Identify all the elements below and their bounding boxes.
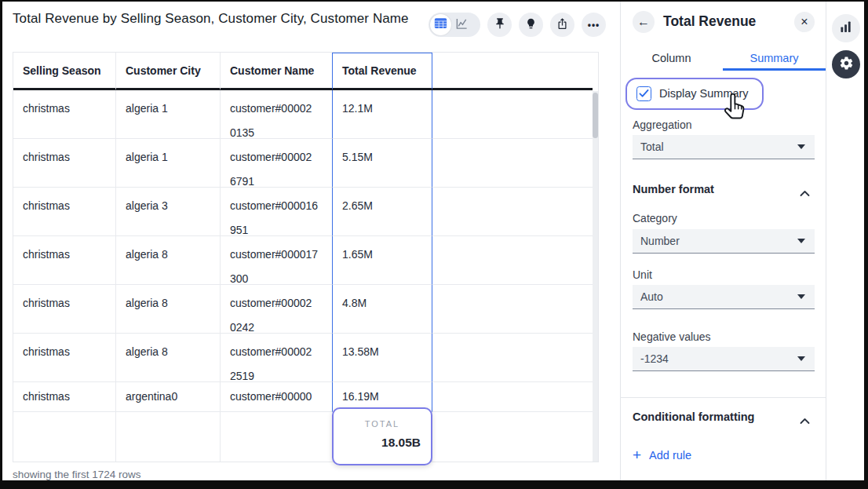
column-header-empty: [432, 53, 593, 90]
total-summary-value: 18.05B: [334, 436, 431, 450]
table-cell[interactable]: algeria 8: [116, 334, 221, 382]
table-cell[interactable]: 13.58M: [332, 334, 432, 382]
table-cell[interactable]: algeria 8: [116, 285, 221, 334]
table-cell[interactable]: christmas: [13, 139, 116, 188]
table-cell-empty: [432, 285, 593, 334]
chart-config-button[interactable]: [832, 14, 860, 42]
unit-select[interactable]: Auto: [633, 285, 815, 309]
table-cell[interactable]: 12.1M: [332, 90, 432, 139]
data-table: Selling Season Customer City Customer Na…: [13, 52, 599, 462]
unit-value: Auto: [640, 290, 663, 303]
table-cell[interactable]: christmas: [13, 334, 116, 382]
table-scrollbar-thumb[interactable]: [593, 93, 598, 138]
table-cell[interactable]: customer#00002 0135: [221, 90, 332, 139]
conditional-formatting-section-title[interactable]: Conditional formatting: [633, 411, 754, 423]
tab-summary[interactable]: Summary: [723, 47, 826, 69]
plus-icon: +: [633, 447, 641, 462]
table-cell-empty: [13, 412, 116, 462]
table-cell[interactable]: christmas: [13, 188, 116, 236]
table-grid: Selling Season Customer City Customer Na…: [13, 53, 593, 462]
table-cell[interactable]: customer#000017 300: [221, 236, 332, 285]
table-view-button[interactable]: [430, 14, 451, 35]
column-header-customer-name[interactable]: Customer Name: [221, 53, 332, 90]
pin-icon: [494, 17, 506, 33]
gear-icon: [839, 56, 854, 74]
negative-values-select[interactable]: -1234: [633, 347, 815, 371]
add-rule-label: Add rule: [649, 449, 691, 462]
insights-button[interactable]: [519, 13, 543, 37]
table-cell[interactable]: christmas: [13, 90, 116, 139]
panel-divider: [620, 2, 621, 480]
number-format-section-title[interactable]: Number format: [633, 183, 714, 195]
pin-button[interactable]: [487, 13, 512, 37]
add-rule-button[interactable]: + Add rule: [633, 447, 691, 462]
chart-view-icon: [455, 17, 469, 33]
negative-values-label: Negative values: [633, 330, 711, 343]
table-cell[interactable]: 4.8M: [332, 285, 432, 334]
chevron-up-icon[interactable]: [800, 414, 810, 428]
table-scrollbar[interactable]: [593, 91, 598, 462]
chart-view-button[interactable]: [451, 14, 472, 35]
table-cell[interactable]: 5.15M: [332, 139, 432, 188]
table-cell[interactable]: customer#00002 2519: [221, 334, 332, 382]
category-label: Category: [633, 212, 677, 224]
back-arrow-icon: ←: [637, 15, 650, 29]
view-toggle: [429, 13, 480, 37]
table-view-icon: [434, 17, 447, 32]
column-header-selling-season[interactable]: Selling Season: [13, 53, 116, 90]
table-cell[interactable]: 1.65M: [332, 236, 432, 285]
column-header-customer-city[interactable]: Customer City: [116, 53, 221, 90]
table-cell[interactable]: argentina0: [116, 382, 221, 412]
chevron-up-icon[interactable]: [800, 186, 810, 200]
cursor-pointer: [721, 92, 749, 125]
table-cell-empty: [432, 382, 593, 412]
lightbulb-icon: [525, 17, 537, 33]
tab-column[interactable]: Column: [620, 47, 723, 69]
answer-toolbar: •••: [429, 13, 606, 37]
column-header-total-revenue[interactable]: Total Revenue: [332, 53, 432, 90]
table-cell[interactable]: algeria 3: [116, 188, 221, 236]
active-tab-underline: [723, 68, 826, 71]
row-count-status: showing the first 1724 rows: [13, 469, 141, 480]
panel-back-button[interactable]: ←: [633, 11, 655, 33]
share-icon: [556, 17, 568, 33]
table-cell[interactable]: algeria 1: [116, 90, 221, 139]
section-divider: [620, 397, 826, 398]
table-cell-empty: [116, 412, 221, 462]
panel-title: Total Revenue: [663, 13, 756, 30]
more-icon: •••: [588, 20, 600, 31]
table-cell-empty: [432, 334, 593, 382]
total-summary-label: TOTAL: [334, 419, 431, 429]
more-button[interactable]: •••: [582, 13, 606, 37]
table-cell-empty: [432, 188, 593, 236]
aggregation-select[interactable]: Total: [633, 135, 815, 159]
category-select[interactable]: Number: [633, 229, 815, 254]
table-cell-empty: [432, 90, 593, 139]
rail-divider: [826, 2, 826, 480]
table-cell[interactable]: christmas: [13, 285, 116, 334]
table-cell[interactable]: customer#00000: [221, 382, 332, 412]
category-value: Number: [640, 235, 680, 247]
share-button[interactable]: [550, 13, 574, 37]
table-cell[interactable]: algeria 8: [116, 236, 221, 285]
caret-down-icon: [797, 294, 805, 299]
panel-close-button[interactable]: ×: [794, 12, 815, 32]
aggregation-value: Total: [640, 140, 664, 153]
table-cell[interactable]: customer#000016 951: [221, 188, 332, 236]
table-cell-empty: [432, 139, 593, 188]
aggregation-label: Aggregation: [633, 119, 692, 131]
table-cell[interactable]: 2.65M: [332, 188, 432, 236]
settings-button[interactable]: [832, 50, 860, 78]
close-icon: ×: [801, 15, 808, 29]
caret-down-icon: [797, 356, 805, 361]
table-cell-empty: [221, 412, 332, 462]
app-window: Total Revenue by Selling Season, Custome…: [0, 0, 868, 489]
table-cell[interactable]: algeria 1: [116, 139, 221, 188]
table-cell[interactable]: customer#00002 6791: [221, 139, 332, 188]
table-cell[interactable]: christmas: [13, 236, 116, 285]
table-cell-empty: [432, 412, 593, 462]
total-summary-box: TOTAL 18.05B: [332, 407, 432, 465]
table-cell[interactable]: customer#00002 0242: [221, 285, 332, 334]
table-cell[interactable]: christmas: [13, 382, 116, 412]
table-cell-empty: [432, 236, 593, 285]
